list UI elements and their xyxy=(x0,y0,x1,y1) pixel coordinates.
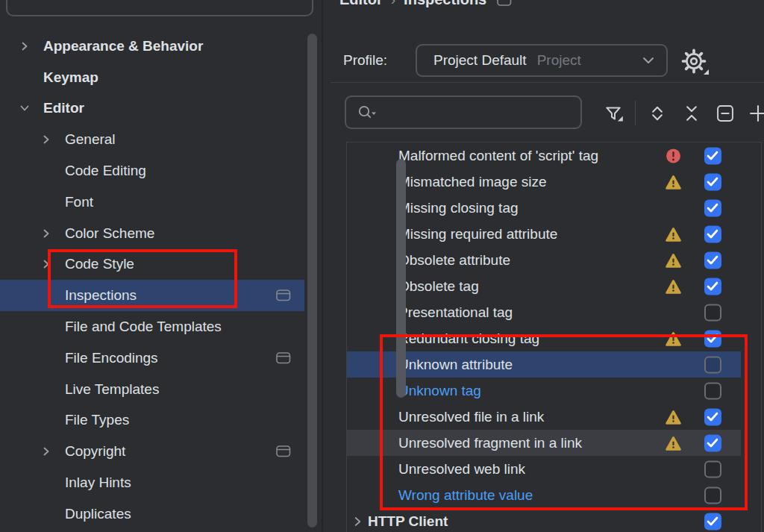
settings-dialog: Appearance & Behavior Keymap Editor Gene… xyxy=(0,0,764,532)
sidebar-item-label: Appearance & Behavior xyxy=(43,38,203,54)
inspection-label: Mismatched image size xyxy=(398,174,547,190)
chevron-right-icon[interactable] xyxy=(20,42,29,51)
panel-divider xyxy=(322,0,323,532)
annotation-box-inspections xyxy=(380,334,748,510)
inspection-label: Obsolete attribute xyxy=(398,252,510,269)
sidebar-item-editor[interactable]: Editor xyxy=(0,93,304,125)
collapse-all-button[interactable] xyxy=(681,103,702,124)
sidebar-item-label: Editor xyxy=(43,100,84,116)
minus-square-icon xyxy=(715,103,736,124)
inspection-group-row-http-client[interactable]: HTTP Client xyxy=(347,508,741,532)
inspections-search-input[interactable] xyxy=(345,96,582,129)
inspection-checkbox[interactable] xyxy=(704,304,721,321)
modified-settings-icon xyxy=(276,290,291,302)
plus-icon xyxy=(748,103,764,124)
inspection-checkbox[interactable] xyxy=(704,513,721,530)
chevron-right-icon[interactable] xyxy=(42,229,51,238)
search-icon xyxy=(22,0,42,4)
sidebar-item-label: Copyright xyxy=(65,443,125,460)
inspection-row[interactable]: Missing closing tag xyxy=(347,195,741,221)
chevron-right-icon[interactable] xyxy=(42,135,51,144)
inspection-row[interactable]: Obsolete tag xyxy=(347,273,741,299)
sidebar-item-label: Color Scheme xyxy=(65,225,154,242)
inspection-label: Malformed content of 'script' tag xyxy=(398,148,598,164)
sidebar-item-file-types[interactable]: File Types xyxy=(0,405,304,436)
profile-dropdown[interactable]: Project Default Project xyxy=(416,44,668,77)
collapse-all-icon xyxy=(681,103,702,124)
sidebar-item-code-editing[interactable]: Code Editing xyxy=(0,155,304,187)
filter-icon xyxy=(603,103,624,124)
disable-inspection-button[interactable] xyxy=(715,103,736,124)
warning-icon xyxy=(666,252,681,268)
expand-all-button[interactable] xyxy=(647,103,668,124)
inspection-checkbox[interactable] xyxy=(704,173,721,190)
inspection-checkbox[interactable] xyxy=(704,278,721,295)
chevron-down-icon[interactable] xyxy=(20,104,29,113)
modified-settings-icon xyxy=(276,445,291,458)
inspection-label: Presentational tag xyxy=(398,304,513,321)
inspection-checkbox[interactable] xyxy=(704,199,721,216)
profile-label: Profile: xyxy=(343,52,387,69)
sidebar-item-label: File and Code Templates xyxy=(65,319,222,335)
sidebar-item-label: Live Templates xyxy=(65,381,159,398)
sidebar-item-inlay-hints[interactable]: Inlay Hints xyxy=(0,467,304,498)
add-inspection-button[interactable] xyxy=(748,103,764,124)
inspection-label: Obsolete tag xyxy=(398,278,479,295)
gear-dropdown-arrow xyxy=(704,69,709,75)
sidebar-item-label: General xyxy=(65,131,116,148)
inspection-checkbox[interactable] xyxy=(704,225,721,242)
inspection-row[interactable]: Obsolete attribute xyxy=(347,247,741,273)
sidebar-item-font[interactable]: Font xyxy=(0,187,304,218)
gear-icon xyxy=(681,48,707,74)
breadcrumb: Editor › Inspections xyxy=(339,0,512,10)
sidebar-item-label: File Encodings xyxy=(65,350,158,366)
sidebar-item-label: Inlay Hints xyxy=(65,475,131,491)
toolbar-separator xyxy=(635,101,636,125)
inspection-row[interactable]: Missing required attribute xyxy=(347,221,741,247)
annotation-box-sidebar xyxy=(48,249,237,308)
sidebar-item-file-and-code-templates[interactable]: File and Code Templates xyxy=(0,311,304,342)
chevron-right-icon[interactable] xyxy=(353,516,363,526)
inspection-row[interactable]: Malformed content of 'script' tag xyxy=(347,143,741,169)
warning-icon xyxy=(666,278,681,294)
sidebar-item-copyright[interactable]: Copyright xyxy=(0,436,304,467)
sidebar-item-live-templates[interactable]: Live Templates xyxy=(0,374,304,405)
profile-settings-gear-button[interactable] xyxy=(679,46,712,76)
filter-button[interactable] xyxy=(603,103,624,124)
inspection-label: Missing required attribute xyxy=(398,226,557,242)
search-icon xyxy=(357,104,378,123)
sidebar-item-general[interactable]: General xyxy=(0,124,304,155)
expand-all-icon xyxy=(647,103,668,124)
warning-icon xyxy=(666,226,681,242)
sidebar-item-label: Code Editing xyxy=(65,163,146,179)
sidebar-item-label: Keymap xyxy=(43,69,98,86)
warning-icon xyxy=(666,174,681,190)
modified-settings-icon xyxy=(276,351,291,364)
sidebar-item-label: Duplicates xyxy=(65,506,131,522)
breadcrumb-inspections[interactable]: Inspections xyxy=(404,0,486,8)
error-icon xyxy=(666,148,681,163)
sidebar-item-file-encodings[interactable]: File Encodings xyxy=(0,342,304,374)
chevron-down-icon xyxy=(642,56,654,65)
inspection-checkbox[interactable] xyxy=(704,147,721,164)
inspection-label: Missing closing tag xyxy=(398,200,519,216)
breadcrumb-editor[interactable]: Editor xyxy=(339,0,383,8)
sidebar-item-label: File Types xyxy=(65,412,129,428)
sidebar-scrollbar[interactable] xyxy=(307,34,317,528)
profile-selected-value: Project Default xyxy=(433,52,527,69)
inspection-row[interactable]: Presentational tag xyxy=(347,299,741,325)
sidebar-item-keymap[interactable]: Keymap xyxy=(0,62,304,93)
breadcrumb-separator: › xyxy=(391,0,395,8)
profile-scope: Project xyxy=(537,52,581,69)
modified-settings-icon xyxy=(497,0,512,7)
sidebar-item-label: Font xyxy=(65,194,93,210)
sidebar-item-color-scheme[interactable]: Color Scheme xyxy=(0,218,304,249)
inspection-checkbox[interactable] xyxy=(704,251,721,269)
sidebar-search-input[interactable] xyxy=(6,0,313,16)
chevron-right-icon[interactable] xyxy=(42,447,51,456)
sidebar-item-appearance-behavior[interactable]: Appearance & Behavior xyxy=(0,31,304,62)
inspection-label: HTTP Client xyxy=(368,513,448,530)
header-separator xyxy=(331,82,764,83)
sidebar-item-duplicates[interactable]: Duplicates xyxy=(0,498,304,530)
inspection-row[interactable]: Mismatched image size xyxy=(347,169,741,195)
